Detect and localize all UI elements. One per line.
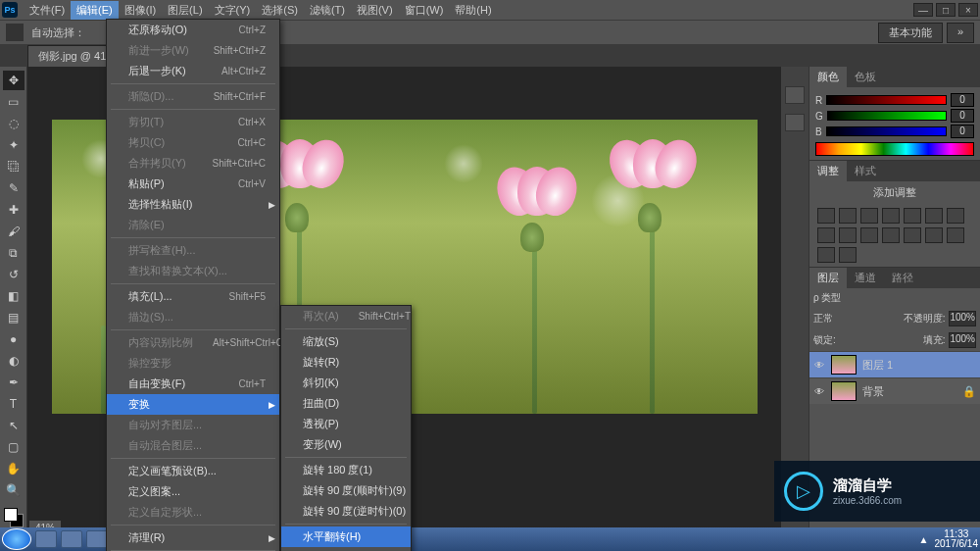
- blend-mode-select[interactable]: 正常: [813, 312, 833, 326]
- kind-filter[interactable]: ρ 类型: [813, 291, 841, 305]
- layer-row-bg[interactable]: 👁 背景 🔒: [809, 377, 980, 404]
- spectrum-picker[interactable]: [815, 142, 974, 156]
- menu-step-back[interactable]: 后退一步(K)Alt+Ctrl+Z: [107, 61, 279, 81]
- menu-rotate-90ccw[interactable]: 旋转 90 度(逆时针)(0): [281, 501, 411, 522]
- workspace-basic-button[interactable]: 基本功能: [878, 23, 943, 43]
- gradient-tool[interactable]: ▤: [3, 308, 24, 327]
- task-icon[interactable]: [35, 530, 57, 548]
- b-slider[interactable]: [826, 126, 947, 136]
- tab-paths[interactable]: 路径: [884, 268, 921, 288]
- tab-swatches[interactable]: 色板: [847, 67, 884, 87]
- menu-find-replace[interactable]: 查找和替换文本(X)...: [107, 261, 279, 281]
- lasso-tool[interactable]: ◌: [3, 114, 24, 133]
- blur-tool[interactable]: ●: [3, 329, 24, 349]
- adj-lookup-icon[interactable]: [882, 227, 900, 243]
- menu-stroke[interactable]: 描边(S)...: [107, 307, 279, 327]
- adj-gradmap-icon[interactable]: [817, 247, 835, 263]
- maximize-button[interactable]: □: [936, 3, 956, 17]
- menu-help[interactable]: 帮助(H): [449, 1, 497, 20]
- layer-row-1[interactable]: 👁 图层 1: [809, 351, 980, 377]
- properties-panel-icon[interactable]: [785, 114, 805, 131]
- menu-copy-merged[interactable]: 合并拷贝(Y)Shift+Ctrl+C: [107, 153, 279, 174]
- r-value[interactable]: 0: [951, 93, 974, 107]
- visibility-icon[interactable]: 👁: [813, 385, 825, 397]
- menu-auto-blend[interactable]: 自动混合图层...: [107, 435, 279, 456]
- adj-hue-icon[interactable]: [925, 208, 943, 224]
- fill-value[interactable]: 100%: [949, 332, 976, 348]
- b-value[interactable]: 0: [951, 125, 974, 138]
- adj-filter-icon[interactable]: [839, 227, 857, 243]
- dodge-tool[interactable]: ◐: [3, 351, 24, 371]
- path-tool[interactable]: ↖: [3, 416, 24, 435]
- minimize-button[interactable]: —: [913, 3, 933, 17]
- menu-paste-special[interactable]: 选择性粘贴(I)▶: [107, 194, 279, 215]
- adj-brightness-icon[interactable]: [817, 208, 835, 224]
- tab-adjustments[interactable]: 调整: [809, 161, 847, 181]
- menu-file[interactable]: 文件(F): [24, 1, 71, 20]
- menu-transform-distort[interactable]: 扭曲(D): [281, 393, 411, 414]
- menu-clear[interactable]: 清除(E): [107, 215, 279, 235]
- pen-tool[interactable]: ✒: [3, 373, 24, 392]
- task-icon[interactable]: [61, 530, 82, 548]
- adj-bw-icon[interactable]: [817, 227, 835, 243]
- menu-transform-again[interactable]: 再次(A)Shift+Ctrl+T: [281, 306, 411, 326]
- zoom-tool[interactable]: 🔍: [3, 480, 24, 500]
- visibility-icon[interactable]: 👁: [813, 359, 825, 371]
- adj-balance-icon[interactable]: [947, 208, 964, 224]
- marquee-tool[interactable]: ▭: [3, 92, 24, 112]
- menu-transform-scale[interactable]: 缩放(S): [281, 331, 411, 352]
- menu-rotate-90cw[interactable]: 旋转 90 度(顺时针)(9): [281, 480, 411, 501]
- menu-flip-horizontal[interactable]: 水平翻转(H): [281, 526, 411, 547]
- eraser-tool[interactable]: ◧: [3, 286, 24, 306]
- menu-spell[interactable]: 拼写检查(H)...: [107, 240, 279, 261]
- menu-step-forward[interactable]: 前进一步(W)Shift+Ctrl+Z: [107, 40, 279, 61]
- adj-mixer-icon[interactable]: [860, 227, 878, 243]
- tab-styles[interactable]: 样式: [847, 161, 884, 181]
- menu-transform-rotate[interactable]: 旋转(R): [281, 352, 411, 373]
- workspace-more-button[interactable]: »: [947, 23, 974, 43]
- task-icon[interactable]: [86, 530, 108, 548]
- eyedropper-tool[interactable]: ✎: [3, 178, 24, 198]
- r-slider[interactable]: [826, 95, 947, 105]
- start-button[interactable]: [2, 528, 31, 550]
- menu-transform-perspective[interactable]: 透视(P): [281, 414, 411, 434]
- menu-paste[interactable]: 粘贴(P)Ctrl+V: [107, 174, 279, 194]
- adj-vibrance-icon[interactable]: [904, 208, 921, 224]
- adj-selective-icon[interactable]: [839, 247, 857, 263]
- menu-free-transform[interactable]: 自由变换(F)Ctrl+T: [107, 374, 279, 394]
- tray-icon[interactable]: ▲: [919, 534, 929, 545]
- move-tool[interactable]: ✥: [3, 71, 24, 90]
- tab-layers[interactable]: 图层: [809, 268, 847, 288]
- menu-fill[interactable]: 填充(L)...Shift+F5: [107, 286, 279, 307]
- g-slider[interactable]: [827, 111, 947, 121]
- menu-fade[interactable]: 渐隐(D)...Shift+Ctrl+F: [107, 86, 279, 107]
- foreground-swatch[interactable]: [4, 508, 18, 522]
- menu-type[interactable]: 文字(Y): [209, 1, 257, 20]
- history-tool[interactable]: ↺: [3, 265, 24, 284]
- shape-tool[interactable]: ▢: [3, 437, 24, 457]
- brush-tool[interactable]: 🖌: [3, 222, 24, 241]
- adj-exposure-icon[interactable]: [882, 208, 900, 224]
- menu-select[interactable]: 选择(S): [256, 1, 304, 20]
- menu-auto-align[interactable]: 自动对齐图层...: [107, 415, 279, 435]
- crop-tool[interactable]: ⿻: [3, 157, 24, 176]
- menu-layer[interactable]: 图层(L): [162, 1, 208, 20]
- menu-transform[interactable]: 变换▶: [107, 394, 279, 415]
- adj-threshold-icon[interactable]: [947, 227, 964, 243]
- menu-transform-warp[interactable]: 变形(W): [281, 434, 411, 455]
- adj-levels-icon[interactable]: [839, 208, 857, 224]
- menu-flip-vertical[interactable]: 垂直翻转(V): [281, 547, 411, 551]
- menu-puppet-warp[interactable]: 操控变形: [107, 353, 279, 374]
- tab-color[interactable]: 颜色: [809, 67, 847, 87]
- wand-tool[interactable]: ✦: [3, 135, 24, 155]
- menu-content-aware-scale[interactable]: 内容识别比例Alt+Shift+Ctrl+C: [107, 332, 279, 353]
- menu-rotate-180[interactable]: 旋转 180 度(1): [281, 460, 411, 480]
- stamp-tool[interactable]: ⧉: [3, 243, 24, 263]
- menu-purge[interactable]: 清理(R)▶: [107, 527, 279, 548]
- menu-define-brush[interactable]: 定义画笔预设(B)...: [107, 461, 279, 481]
- clock[interactable]: 11:33 2017/6/14: [935, 529, 979, 549]
- type-tool[interactable]: T: [3, 394, 24, 414]
- menu-copy[interactable]: 拷贝(C)Ctrl+C: [107, 132, 279, 153]
- layer-name[interactable]: 背景: [862, 384, 884, 399]
- menu-view[interactable]: 视图(V): [351, 1, 399, 20]
